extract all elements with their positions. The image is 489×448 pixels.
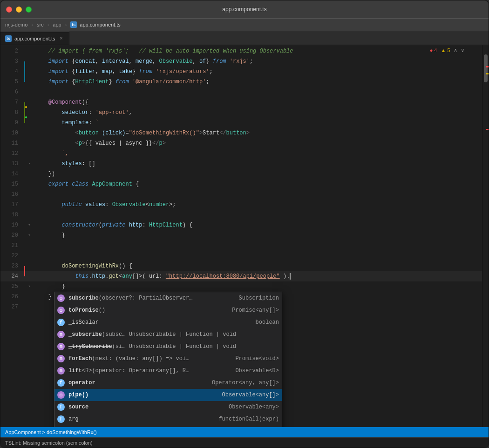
tslint-bar: TSLint: Missing semicolon (semicolon) (0, 437, 489, 448)
ac-icon-subscribe: ◎ (57, 294, 65, 302)
line-content-10: <button (click)="doSomethingWithRx()">St… (35, 128, 482, 138)
breadcrumb-app[interactable]: app (53, 22, 61, 27)
ac-item-lift[interactable]: m lift<R>(operator: Operator<any[], R… O… (54, 365, 282, 377)
line-content-6 (35, 87, 482, 97)
line-num-13: 13 (0, 159, 24, 169)
code-line-3: 3 import {concat, interval, merge, Obser… (0, 56, 482, 67)
code-line-12: 12 `, (0, 148, 482, 159)
code-line-23: 23 doSomethingWithRx() { (0, 261, 482, 271)
ac-type-topromise: Promise<any[]> (232, 307, 279, 314)
line-content-19: constructor(private http: HttpClient) { (35, 220, 482, 230)
line-num-16: 16 (0, 189, 24, 200)
error-badge[interactable]: ● 4 (430, 47, 437, 53)
line-content-2: // import { from 'rxjs'; // will be auto… (35, 46, 482, 56)
ac-item-arg[interactable]: f arg functionCall(expr) (54, 413, 282, 425)
editor-main: ● 4 ▲ 5 ∧ ∨ 2 // import { from 'rxjs'; /… (0, 45, 482, 427)
annot-warn-1 (486, 73, 489, 74)
tab-label: app.component.ts (14, 36, 55, 41)
breadcrumb-src[interactable]: src (37, 22, 44, 27)
code-line-24: 24 this.http.get<any[]>( url: "http://lo… (0, 271, 482, 281)
line-content-20: } (35, 230, 482, 241)
ac-name-subscribe2: _subscribe(subsc… Unsubscribable | Funct… (68, 331, 236, 338)
line-num-2: 2 (0, 46, 24, 56)
code-line-16: 16 (0, 189, 482, 200)
ac-item-topromise[interactable]: ◎ toPromise() Promise<any[]> (54, 304, 282, 316)
minimize-button[interactable] (16, 7, 22, 13)
ac-name-source: source (68, 404, 88, 410)
line-content-3: import {concat, interval, merge, Observa… (35, 56, 482, 67)
line-content-11: <p>{{ values | async }}</p> (35, 138, 482, 148)
ac-item-foreach[interactable]: m forEach(next: (value: any[]) => voi… P… (54, 353, 282, 365)
line-content-15: export class AppComponent { (35, 179, 482, 189)
tab-app-component[interactable]: ts app.component.ts × (0, 32, 69, 45)
line-num-15: 15 (0, 179, 24, 189)
collapse-icon[interactable]: ∧ (454, 47, 457, 54)
ac-icon-operator: f (57, 379, 65, 387)
status-breadcrumb: AppComponent > doSomethingWithRx() (5, 429, 97, 435)
ac-item-cast[interactable]: f cast (any>value) (54, 425, 282, 427)
line-content-23: doSomethingWithRx() { (35, 261, 482, 271)
line-num-24: 24 (0, 271, 24, 281)
line-num-11: 11 (0, 138, 24, 148)
line-num-3: 3 (0, 56, 24, 67)
code-line-13: 13 ▾ styles: [] (0, 159, 482, 169)
ac-icon-subscribe2: m (57, 331, 65, 338)
status-bar: AppComponent > doSomethingWithRx() (0, 427, 489, 437)
line-gutter-19: ▾ (24, 220, 35, 230)
breadcrumb-sep-2: › (48, 22, 49, 27)
main-window: app.component.ts rxjs-demo › src › app ›… (0, 0, 489, 448)
status-left: AppComponent > doSomethingWithRx() (5, 429, 484, 435)
maximize-button[interactable] (26, 7, 32, 13)
line-content-14: }) (35, 169, 482, 179)
ac-name-arg: arg (68, 416, 79, 422)
code-line-7: 7 @Component({ (0, 97, 482, 107)
breadcrumb: rxjs-demo › src › app › ts app.component… (5, 21, 121, 28)
code-line-5: 5 import {HttpClient} from '@angular/com… (0, 77, 482, 87)
ac-item-pipe[interactable]: ◎ pipe() Observable<any[]> (54, 389, 282, 401)
ac-name-operator: operator (68, 380, 95, 386)
line-num-25: 25 (0, 281, 24, 292)
ac-item-isscalar[interactable]: f _isScalar boolean (54, 316, 282, 328)
line-num-14: 14 (0, 169, 24, 179)
code-line-22: 22 (0, 251, 482, 261)
line-num-23: 23 (0, 261, 24, 271)
scrollbar-thumb[interactable] (484, 54, 488, 82)
tab-file-icon: ts (5, 35, 12, 42)
tab-close-button[interactable]: × (58, 35, 64, 42)
line-num-12: 12 (0, 148, 24, 159)
breadcrumb-bar: rxjs-demo › src › app › ts app.component… (0, 18, 489, 31)
line-num-22: 22 (0, 251, 24, 261)
code-editor[interactable]: 2 // import { from 'rxjs'; // will be au… (0, 45, 482, 427)
close-button[interactable] (6, 7, 12, 13)
breadcrumb-filename[interactable]: app.component.ts (80, 22, 120, 27)
line-content-16 (35, 189, 482, 200)
ac-item-trysubscribe[interactable]: m _trySubscribe(si… Unsubscribable | Fun… (54, 341, 282, 353)
editor-container: ● 4 ▲ 5 ∧ ∨ 2 // import { from 'rxjs'; /… (0, 45, 489, 427)
breadcrumb-rxjs-demo[interactable]: rxjs-demo (5, 22, 27, 27)
line-content-24: this.http.get<any[]>( url: "http://local… (35, 271, 482, 281)
autocomplete-dropdown[interactable]: ◎ subscribe(observer?: PartialObserver… … (54, 292, 282, 427)
ac-item-operator[interactable]: f operator Operator<any, any[]> (54, 377, 282, 389)
warning-bar: ● 4 ▲ 5 ∧ ∨ (426, 45, 468, 55)
code-line-10: 10 <button (click)="doSomethingWithRx()"… (0, 128, 482, 138)
code-line-11: 11 <p>{{ values | async }}</p> (0, 138, 482, 148)
line-num-19: 19 (0, 220, 24, 230)
line-content-18 (35, 210, 482, 220)
expand-icon[interactable]: ∨ (461, 47, 464, 54)
breadcrumb-file-icon: ts (70, 21, 77, 28)
ac-item-subscribe[interactable]: ◎ subscribe(observer?: PartialObserver… … (54, 292, 282, 304)
line-num-6: 6 (0, 87, 24, 97)
ac-item-source[interactable]: f source Observable<any> (54, 401, 282, 413)
line-content-22 (35, 251, 482, 261)
scrollbar[interactable] (482, 45, 489, 427)
code-line-6: 6 (0, 87, 482, 97)
tab-bar: ts app.component.ts × (0, 31, 489, 45)
warning-badge[interactable]: ▲ 5 (441, 47, 450, 53)
ac-icon-source: f (57, 403, 65, 411)
ac-item-subscribe2[interactable]: m _subscribe(subsc… Unsubscribable | Fun… (54, 328, 282, 341)
code-line-17: 17 public values: Observable<number>; (0, 200, 482, 210)
ac-icon-pipe: ◎ (57, 391, 65, 399)
ac-name-trysubscribe: _trySubscribe(si… Unsubscribable | Funct… (68, 343, 236, 350)
line-num-7: 7 (0, 97, 24, 107)
ac-icon-lift: m (57, 367, 65, 374)
